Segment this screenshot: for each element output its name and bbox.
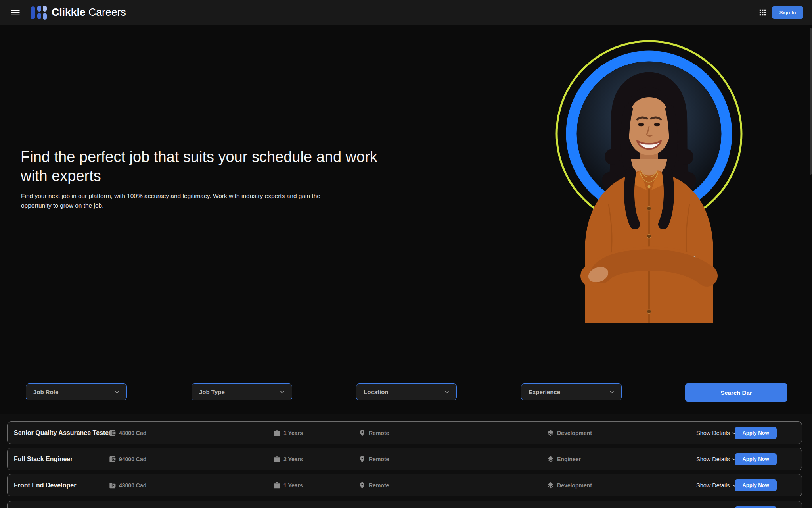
sign-in-button[interactable]: Sign In [772,6,803,19]
hero-paragraph: Find your next job in our platform, with… [21,191,350,210]
experience-value: 2 Years [283,456,303,462]
show-details-label: Show Details [696,456,730,462]
job-row: AWS Platform Engineer 44000 Cad 2 Years … [7,501,802,508]
apply-now-button[interactable]: Apply Now [735,506,777,508]
chevron-down-icon [608,388,616,396]
location-value: Remote [369,430,389,436]
job-role-label: Job Role [33,389,58,395]
show-details-toggle[interactable]: Show Details [696,482,738,489]
scrollbar-thumb[interactable] [810,28,812,175]
salary-icon [109,481,116,489]
logo-bar [43,13,47,20]
location-value: Remote [369,456,389,462]
brand-suffix: Careers [86,6,126,19]
show-details-label: Show Details [696,482,730,489]
show-details-toggle[interactable]: Show Details [696,429,738,437]
job-role-select[interactable]: Job Role [26,383,127,400]
category-value: Development [557,430,592,436]
location-select[interactable]: Location [356,383,457,400]
category-icon [547,429,554,437]
show-details-label: Show Details [696,430,730,436]
apply-now-button[interactable]: Apply Now [735,479,777,491]
location-icon [358,455,366,463]
top-navbar: Clikkle Careers Sign In [0,0,812,25]
job-title: Front End Developer [14,482,76,489]
experience-value: 1 Years [283,430,303,436]
clikkle-logo[interactable] [31,6,47,20]
show-details-toggle[interactable]: Show Details [696,456,738,463]
apply-now-button[interactable]: Apply Now [735,427,777,439]
category-value: Development [557,482,592,489]
chevron-down-icon [278,388,286,396]
job-title: Senior Quality Assurance Tester [14,429,111,437]
apply-now-button[interactable]: Apply Now [735,453,777,465]
logo-bar [37,6,41,12]
job-list: Senior Quality Assurance Tester 48000 Ca… [0,414,812,508]
careers-page: Clikkle Careers Sign In Find the perfect… [0,0,812,508]
experience-select[interactable]: Experience [521,383,622,400]
job-salary: 48000 Cad [109,429,146,437]
job-location: Remote [358,481,389,489]
chevron-down-icon [443,388,451,396]
hero-heading: Find the perfect job that suits your sch… [21,148,377,185]
job-location: Remote [358,429,389,437]
job-experience: 1 Years [273,429,303,437]
job-experience: 1 Years [273,481,303,489]
category-icon [547,455,554,463]
job-type-select[interactable]: Job Type [192,383,292,400]
apps-grid-icon[interactable] [758,8,767,17]
job-category: Development [547,481,592,489]
menu-icon[interactable] [10,7,21,18]
logo-bar [37,13,41,19]
job-category: Development [547,429,592,437]
salary-value: 48000 Cad [119,430,146,436]
location-icon [358,481,366,489]
location-value: Remote [369,482,389,489]
job-row: Front End Developer 43000 Cad 1 Years Re… [7,474,802,496]
logo-bar [43,6,47,12]
brand-title: Clikkle Careers [52,0,126,25]
salary-value: 43000 Cad [119,482,146,489]
job-type-label: Job Type [199,389,225,395]
logo-bar [31,6,35,19]
salary-value: 94000 Cad [119,456,146,462]
chevron-down-icon [113,388,121,396]
experience-icon [273,429,281,437]
category-value: Engineer [557,456,581,462]
category-icon [547,481,554,489]
location-icon [358,429,366,437]
experience-value: 1 Years [283,482,303,489]
search-button[interactable]: Search Bar [685,383,787,402]
experience-label: Experience [529,389,560,395]
salary-icon [109,429,116,437]
location-label: Location [364,389,389,395]
job-experience: 2 Years [273,455,303,463]
experience-icon [273,455,281,463]
brand-name: Clikkle [52,6,86,19]
job-title: Full Stack Engineer [14,456,73,463]
experience-icon [273,481,281,489]
salary-icon [109,455,116,463]
job-row: Senior Quality Assurance Tester 48000 Ca… [7,421,802,444]
job-salary: 43000 Cad [109,481,146,489]
job-location: Remote [358,455,389,463]
job-category: Engineer [547,455,581,463]
hero-image [553,38,747,323]
job-row: Full Stack Engineer 94000 Cad 2 Years Re… [7,448,802,470]
job-salary: 94000 Cad [109,455,146,463]
hero-portrait-graphic [553,38,747,323]
